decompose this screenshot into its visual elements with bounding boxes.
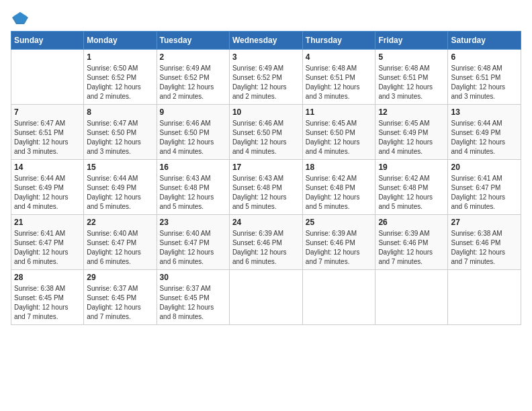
logo-icon — [11, 11, 30, 26]
day-number: 13 — [451, 107, 518, 117]
day-info: Sunrise: 6:49 AM Sunset: 6:52 PM Dayligh… — [232, 64, 300, 101]
calendar-week-row: 7Sunrise: 6:47 AM Sunset: 6:51 PM Daylig… — [11, 105, 521, 160]
day-info: Sunrise: 6:44 AM Sunset: 6:49 PM Dayligh… — [14, 174, 81, 212]
day-info: Sunrise: 6:48 AM Sunset: 6:51 PM Dayligh… — [451, 64, 518, 101]
day-info: Sunrise: 6:48 AM Sunset: 6:51 PM Dayligh… — [306, 64, 373, 101]
day-number: 30 — [160, 273, 226, 282]
day-number: 3 — [232, 52, 300, 62]
weekday-header-cell: Saturday — [448, 32, 521, 50]
day-info: Sunrise: 6:48 AM Sunset: 6:51 PM Dayligh… — [378, 64, 445, 101]
day-info: Sunrise: 6:44 AM Sunset: 6:49 PM Dayligh… — [451, 119, 518, 156]
day-number: 16 — [160, 163, 226, 172]
day-info: Sunrise: 6:37 AM Sunset: 6:45 PM Dayligh… — [160, 284, 226, 322]
day-info: Sunrise: 6:43 AM Sunset: 6:48 PM Dayligh… — [160, 174, 226, 212]
calendar-cell: 11Sunrise: 6:45 AM Sunset: 6:50 PM Dayli… — [302, 105, 375, 160]
calendar-cell: 16Sunrise: 6:43 AM Sunset: 6:48 PM Dayli… — [157, 160, 229, 215]
calendar-cell: 3Sunrise: 6:49 AM Sunset: 6:52 PM Daylig… — [229, 50, 302, 105]
day-number: 15 — [87, 163, 153, 172]
calendar-cell: 17Sunrise: 6:43 AM Sunset: 6:48 PM Dayli… — [229, 160, 302, 215]
day-number: 9 — [160, 107, 226, 117]
calendar-week-row: 14Sunrise: 6:44 AM Sunset: 6:49 PM Dayli… — [11, 160, 521, 215]
day-number: 1 — [87, 52, 153, 62]
calendar-cell: 2Sunrise: 6:49 AM Sunset: 6:52 PM Daylig… — [157, 50, 229, 105]
day-number: 29 — [87, 273, 153, 282]
day-info: Sunrise: 6:47 AM Sunset: 6:50 PM Dayligh… — [87, 119, 153, 156]
day-number: 6 — [451, 52, 518, 62]
day-number: 25 — [306, 218, 373, 227]
day-number: 26 — [378, 218, 445, 227]
day-info: Sunrise: 6:46 AM Sunset: 6:50 PM Dayligh… — [232, 119, 300, 156]
calendar-cell: 19Sunrise: 6:42 AM Sunset: 6:48 PM Dayli… — [375, 160, 448, 215]
calendar-cell: 27Sunrise: 6:38 AM Sunset: 6:46 PM Dayli… — [448, 215, 521, 270]
calendar-week-row: 1Sunrise: 6:50 AM Sunset: 6:52 PM Daylig… — [11, 50, 521, 105]
day-number: 23 — [160, 218, 226, 227]
day-number: 28 — [14, 273, 81, 282]
calendar-cell: 4Sunrise: 6:48 AM Sunset: 6:51 PM Daylig… — [302, 50, 375, 105]
day-info: Sunrise: 6:44 AM Sunset: 6:49 PM Dayligh… — [87, 174, 153, 212]
calendar-cell: 26Sunrise: 6:39 AM Sunset: 6:46 PM Dayli… — [375, 215, 448, 270]
day-info: Sunrise: 6:42 AM Sunset: 6:48 PM Dayligh… — [378, 174, 445, 212]
calendar-cell: 28Sunrise: 6:38 AM Sunset: 6:45 PM Dayli… — [11, 270, 84, 325]
weekday-header-cell: Monday — [84, 32, 157, 50]
day-number: 22 — [87, 218, 153, 227]
day-number: 5 — [378, 52, 445, 62]
calendar-cell: 6Sunrise: 6:48 AM Sunset: 6:51 PM Daylig… — [448, 50, 521, 105]
calendar-cell: 18Sunrise: 6:42 AM Sunset: 6:48 PM Dayli… — [302, 160, 375, 215]
calendar-cell — [448, 270, 521, 325]
calendar-cell: 25Sunrise: 6:39 AM Sunset: 6:46 PM Dayli… — [302, 215, 375, 270]
weekday-header-row: SundayMondayTuesdayWednesdayThursdayFrid… — [11, 32, 521, 50]
calendar-cell: 7Sunrise: 6:47 AM Sunset: 6:51 PM Daylig… — [11, 105, 84, 160]
day-info: Sunrise: 6:49 AM Sunset: 6:52 PM Dayligh… — [160, 64, 226, 101]
day-number: 27 — [451, 218, 518, 227]
day-info: Sunrise: 6:45 AM Sunset: 6:50 PM Dayligh… — [306, 119, 373, 156]
weekday-header-cell: Thursday — [302, 32, 375, 50]
calendar-cell: 21Sunrise: 6:41 AM Sunset: 6:47 PM Dayli… — [11, 215, 84, 270]
calendar-cell: 23Sunrise: 6:40 AM Sunset: 6:47 PM Dayli… — [157, 215, 229, 270]
calendar-cell: 12Sunrise: 6:45 AM Sunset: 6:49 PM Dayli… — [375, 105, 448, 160]
weekday-header-cell: Wednesday — [229, 32, 302, 50]
weekday-header-cell: Tuesday — [157, 32, 229, 50]
day-info: Sunrise: 6:43 AM Sunset: 6:48 PM Dayligh… — [232, 174, 300, 212]
day-info: Sunrise: 6:40 AM Sunset: 6:47 PM Dayligh… — [87, 229, 153, 267]
weekday-header-cell: Sunday — [11, 32, 84, 50]
day-number: 21 — [14, 218, 81, 227]
day-info: Sunrise: 6:41 AM Sunset: 6:47 PM Dayligh… — [14, 229, 81, 267]
day-info: Sunrise: 6:46 AM Sunset: 6:50 PM Dayligh… — [160, 119, 226, 156]
calendar-cell — [229, 270, 302, 325]
day-info: Sunrise: 6:45 AM Sunset: 6:49 PM Dayligh… — [378, 119, 445, 156]
logo — [11, 11, 32, 26]
calendar-cell: 29Sunrise: 6:37 AM Sunset: 6:45 PM Dayli… — [84, 270, 157, 325]
day-info: Sunrise: 6:50 AM Sunset: 6:52 PM Dayligh… — [87, 64, 153, 101]
day-info: Sunrise: 6:41 AM Sunset: 6:47 PM Dayligh… — [451, 174, 518, 212]
calendar-week-row: 28Sunrise: 6:38 AM Sunset: 6:45 PM Dayli… — [11, 270, 521, 325]
calendar-cell — [375, 270, 448, 325]
day-info: Sunrise: 6:37 AM Sunset: 6:45 PM Dayligh… — [87, 284, 153, 322]
day-number: 7 — [14, 107, 81, 117]
calendar-cell: 15Sunrise: 6:44 AM Sunset: 6:49 PM Dayli… — [84, 160, 157, 215]
day-number: 18 — [306, 163, 373, 172]
calendar-cell: 1Sunrise: 6:50 AM Sunset: 6:52 PM Daylig… — [84, 50, 157, 105]
day-number: 10 — [232, 107, 300, 117]
day-info: Sunrise: 6:38 AM Sunset: 6:46 PM Dayligh… — [451, 229, 518, 267]
calendar-cell: 20Sunrise: 6:41 AM Sunset: 6:47 PM Dayli… — [448, 160, 521, 215]
calendar-cell: 13Sunrise: 6:44 AM Sunset: 6:49 PM Dayli… — [448, 105, 521, 160]
calendar-week-row: 21Sunrise: 6:41 AM Sunset: 6:47 PM Dayli… — [11, 215, 521, 270]
day-number: 12 — [378, 107, 445, 117]
calendar-cell: 10Sunrise: 6:46 AM Sunset: 6:50 PM Dayli… — [229, 105, 302, 160]
calendar-cell: 8Sunrise: 6:47 AM Sunset: 6:50 PM Daylig… — [84, 105, 157, 160]
calendar-cell: 24Sunrise: 6:39 AM Sunset: 6:46 PM Dayli… — [229, 215, 302, 270]
day-info: Sunrise: 6:39 AM Sunset: 6:46 PM Dayligh… — [306, 229, 373, 267]
calendar-cell: 5Sunrise: 6:48 AM Sunset: 6:51 PM Daylig… — [375, 50, 448, 105]
calendar-cell: 30Sunrise: 6:37 AM Sunset: 6:45 PM Dayli… — [157, 270, 229, 325]
calendar-cell — [302, 270, 375, 325]
day-number: 19 — [378, 163, 445, 172]
calendar-cell — [11, 50, 84, 105]
day-info: Sunrise: 6:47 AM Sunset: 6:51 PM Dayligh… — [14, 119, 81, 156]
calendar-cell: 14Sunrise: 6:44 AM Sunset: 6:49 PM Dayli… — [11, 160, 84, 215]
day-number: 24 — [232, 218, 300, 227]
day-number: 20 — [451, 163, 518, 172]
weekday-header-cell: Friday — [375, 32, 448, 50]
day-number: 4 — [306, 52, 373, 62]
calendar-table: SundayMondayTuesdayWednesdayThursdayFrid… — [11, 31, 521, 325]
day-number: 8 — [87, 107, 153, 117]
